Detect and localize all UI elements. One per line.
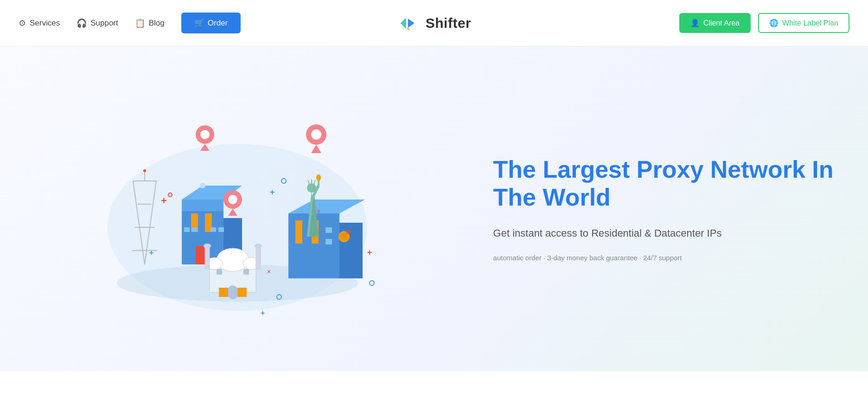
blog-icon: 📋 bbox=[135, 18, 145, 28]
svg-rect-38 bbox=[237, 288, 247, 297]
hero-section: + + + + + ✕ ✕ The Largest Proxy Network … bbox=[0, 46, 868, 371]
svg-point-50 bbox=[340, 233, 348, 240]
hero-svg: + + + + + ✕ ✕ bbox=[89, 88, 414, 329]
svg-text:+: + bbox=[261, 309, 265, 317]
services-label: Services bbox=[30, 19, 60, 28]
nav-left: ⚙ Services 🎧 Support 📋 Blog 🛒 Order bbox=[19, 13, 241, 33]
svg-rect-43 bbox=[339, 223, 363, 278]
nav-blog[interactable]: 📋 Blog bbox=[135, 18, 165, 28]
svg-rect-36 bbox=[243, 269, 249, 275]
support-label: Support bbox=[90, 19, 118, 28]
svg-marker-2 bbox=[407, 27, 411, 30]
hero-title: The Largest Proxy Network In The World bbox=[493, 156, 840, 212]
svg-text:✕: ✕ bbox=[316, 208, 321, 215]
svg-rect-44 bbox=[295, 220, 302, 244]
svg-point-34 bbox=[227, 285, 238, 299]
nav-support[interactable]: 🎧 Support bbox=[77, 18, 118, 28]
svg-text:+: + bbox=[161, 195, 167, 206]
client-area-button[interactable]: 👤 Client Area bbox=[679, 13, 751, 33]
support-icon: 🎧 bbox=[77, 18, 87, 28]
svg-text:+: + bbox=[149, 249, 153, 257]
svg-point-61 bbox=[311, 129, 321, 140]
svg-point-10 bbox=[143, 169, 146, 172]
logo-icon bbox=[397, 11, 421, 35]
white-label-label: White Label Plan bbox=[782, 19, 838, 27]
svg-point-56 bbox=[307, 183, 316, 193]
svg-rect-46 bbox=[326, 227, 332, 233]
white-label-button[interactable]: 🌐 White Label Plan bbox=[758, 13, 849, 33]
svg-point-33 bbox=[255, 244, 262, 248]
order-label: Order bbox=[208, 19, 228, 28]
svg-rect-19 bbox=[218, 227, 224, 232]
svg-point-40 bbox=[228, 195, 237, 204]
svg-point-27 bbox=[217, 248, 249, 271]
services-icon: ⚙ bbox=[19, 18, 26, 28]
nav-right: 👤 Client Area 🌐 White Label Plan bbox=[679, 13, 849, 33]
svg-marker-0 bbox=[401, 18, 406, 29]
logo-text: Shifter bbox=[426, 15, 472, 31]
hero-features: automatic order · 3-day money back guara… bbox=[493, 254, 840, 262]
cart-icon: 🛒 bbox=[194, 18, 204, 28]
svg-point-22 bbox=[200, 183, 205, 188]
svg-marker-1 bbox=[408, 19, 415, 28]
svg-point-24 bbox=[200, 130, 210, 139]
hero-subtitle: Get instant access to Residential & Data… bbox=[493, 225, 840, 241]
hero-content: The Largest Proxy Network In The World G… bbox=[475, 156, 840, 262]
svg-rect-13 bbox=[182, 200, 223, 211]
hero-illustration: + + + + + ✕ ✕ bbox=[28, 88, 475, 329]
svg-rect-18 bbox=[211, 227, 216, 232]
svg-rect-47 bbox=[326, 239, 332, 245]
logo: Shifter bbox=[397, 11, 472, 35]
svg-point-31 bbox=[204, 244, 211, 248]
nav-services[interactable]: ⚙ Services bbox=[19, 18, 60, 28]
svg-rect-17 bbox=[192, 227, 198, 232]
svg-point-55 bbox=[316, 174, 321, 181]
user-icon: 👤 bbox=[690, 19, 700, 27]
svg-text:✕: ✕ bbox=[267, 269, 271, 275]
globe-icon: 🌐 bbox=[769, 19, 779, 27]
svg-rect-30 bbox=[205, 246, 210, 269]
svg-rect-32 bbox=[256, 246, 261, 269]
client-area-label: Client Area bbox=[703, 19, 740, 27]
navbar: ⚙ Services 🎧 Support 📋 Blog 🛒 Order Shif… bbox=[0, 0, 868, 46]
svg-text:+: + bbox=[270, 187, 275, 197]
order-button[interactable]: 🛒 Order bbox=[181, 13, 241, 33]
svg-rect-37 bbox=[219, 288, 228, 297]
svg-text:+: + bbox=[367, 248, 372, 257]
svg-rect-16 bbox=[184, 227, 190, 232]
svg-point-72 bbox=[370, 281, 374, 285]
svg-rect-35 bbox=[217, 269, 222, 275]
svg-marker-62 bbox=[311, 145, 321, 153]
blog-label: Blog bbox=[149, 19, 165, 28]
